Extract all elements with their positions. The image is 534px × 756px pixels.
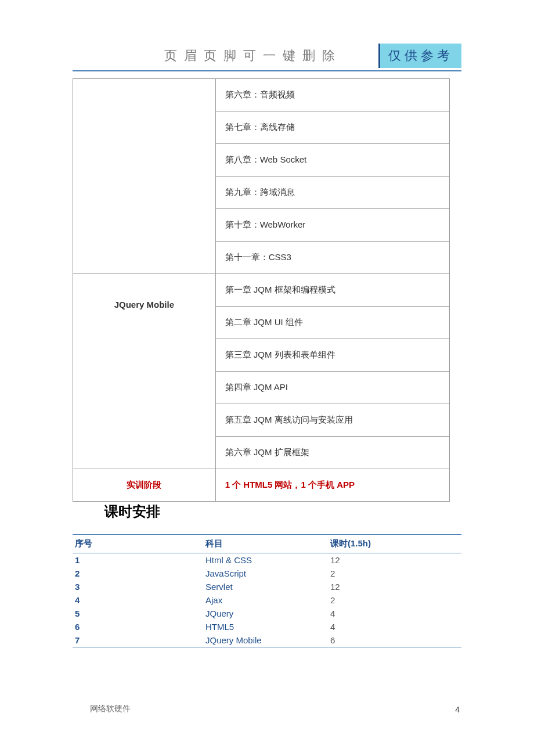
chapter-cell: 第六章：音频视频 bbox=[215, 79, 449, 111]
subject-cell: Servlet bbox=[203, 580, 328, 593]
num-cell: 4 bbox=[73, 593, 203, 607]
num-cell: 5 bbox=[73, 607, 203, 620]
num-cell: 2 bbox=[73, 567, 203, 580]
table-row: 6 HTML5 4 bbox=[73, 620, 461, 633]
hours-cell: 2 bbox=[328, 593, 461, 607]
schedule-table: 序号 科目 课时(1.5h) 1 Html & CSS 12 2 JavaScr… bbox=[73, 534, 461, 647]
schedule-header-row: 序号 科目 课时(1.5h) bbox=[73, 535, 461, 553]
chapter-cell: 第六章 JQM 扩展框架 bbox=[215, 437, 449, 469]
num-cell: 1 bbox=[73, 553, 203, 567]
group2-label-cell: JQuery Mobile bbox=[73, 274, 216, 469]
group1-label-cell bbox=[73, 79, 216, 274]
subject-cell: Html & CSS bbox=[203, 553, 328, 567]
hours-cell: 6 bbox=[328, 633, 461, 647]
subject-cell: Ajax bbox=[203, 593, 328, 607]
num-cell: 7 bbox=[73, 633, 203, 647]
page-header: 页眉页脚可一键删除 仅供参考 bbox=[73, 44, 461, 71]
header-badge: 仅供参考 bbox=[378, 44, 461, 68]
footer-text: 网络软硬件 bbox=[90, 704, 131, 714]
section-heading: 课时安排 bbox=[104, 502, 160, 521]
num-cell: 3 bbox=[73, 580, 203, 593]
chapter-cell: 第四章 JQM API bbox=[215, 372, 449, 404]
num-cell: 6 bbox=[73, 620, 203, 633]
table-row: 2 JavaScript 2 bbox=[73, 567, 461, 580]
subject-cell: JQuery Mobile bbox=[203, 633, 328, 647]
hours-cell: 2 bbox=[328, 567, 461, 580]
header-hours: 课时(1.5h) bbox=[328, 535, 461, 553]
chapter-cell: 第八章：Web Socket bbox=[215, 144, 449, 177]
header-subject: 科目 bbox=[203, 535, 328, 553]
chapter-cell: 第五章 JQM 离线访问与安装应用 bbox=[215, 404, 449, 437]
training-label-cell: 实训阶段 bbox=[73, 469, 216, 502]
hours-cell: 4 bbox=[328, 607, 461, 620]
header-text: 页眉页脚可一键删除 bbox=[73, 47, 364, 64]
hours-cell: 4 bbox=[328, 620, 461, 633]
chapter-cell: 第七章：离线存储 bbox=[215, 111, 449, 144]
chapter-cell: 第三章 JQM 列表和表单组件 bbox=[215, 339, 449, 372]
table-row: 1 Html & CSS 12 bbox=[73, 553, 461, 567]
chapter-cell: 第九章：跨域消息 bbox=[215, 177, 449, 209]
table-row: 5 JQuery 4 bbox=[73, 607, 461, 620]
table-row: 7 JQuery Mobile 6 bbox=[73, 633, 461, 647]
subject-cell: JQuery bbox=[203, 607, 328, 620]
chapter-cell: 第十一章：CSS3 bbox=[215, 242, 449, 274]
table-row: 3 Servlet 12 bbox=[73, 580, 461, 593]
chapter-cell: 第十章：WebWorker bbox=[215, 209, 449, 242]
training-content-cell: 1 个 HTML5 网站，1 个手机 APP bbox=[215, 469, 449, 502]
chapter-cell: 第二章 JQM UI 组件 bbox=[215, 307, 449, 339]
hours-cell: 12 bbox=[328, 553, 461, 567]
subject-cell: JavaScript bbox=[203, 567, 328, 580]
subject-cell: HTML5 bbox=[203, 620, 328, 633]
hours-cell: 12 bbox=[328, 580, 461, 593]
header-num: 序号 bbox=[73, 535, 203, 553]
schedule-body: 1 Html & CSS 12 2 JavaScript 2 3 Servlet… bbox=[73, 553, 461, 647]
table-row: 4 Ajax 2 bbox=[73, 593, 461, 607]
chapter-cell: 第一章 JQM 框架和编程模式 bbox=[215, 274, 449, 307]
page-number: 4 bbox=[455, 705, 460, 714]
chapters-table: 第六章：音频视频 第七章：离线存储 第八章：Web Socket 第九章：跨域消… bbox=[73, 78, 450, 502]
